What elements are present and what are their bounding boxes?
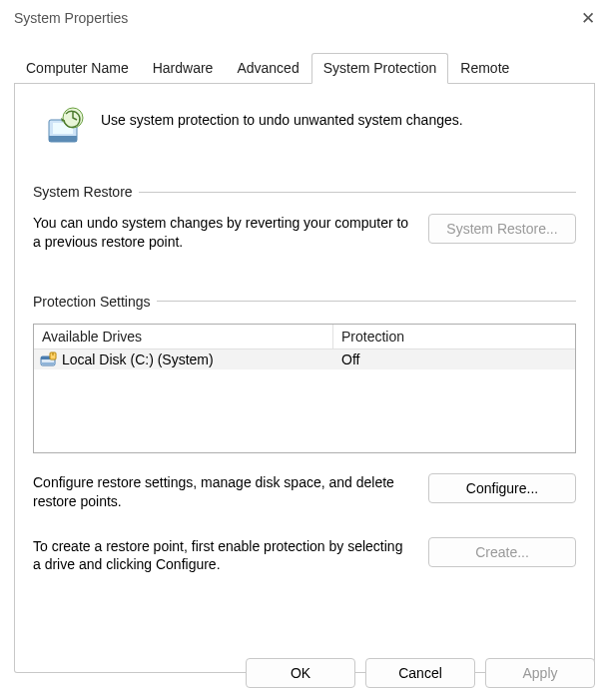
tab-system-protection[interactable]: System Protection	[311, 53, 449, 84]
header-available-drives[interactable]: Available Drives	[34, 325, 333, 349]
create-button: Create...	[428, 537, 576, 567]
group-system-restore: System Restore	[33, 184, 576, 200]
group-protection-settings: Protection Settings	[33, 294, 576, 310]
header-protection[interactable]: Protection	[333, 325, 575, 349]
configure-desc: Configure restore settings, manage disk …	[33, 473, 412, 511]
configure-button[interactable]: Configure...	[428, 473, 576, 503]
titlebar: System Properties ✕	[0, 0, 609, 36]
drive-name: Local Disk (C:) (System)	[62, 351, 214, 367]
tab-hardware[interactable]: Hardware	[141, 53, 226, 84]
dialog-buttons: OK Cancel Apply	[246, 658, 595, 688]
drive-icon	[40, 351, 58, 367]
drives-list[interactable]: Available Drives Protection	[33, 324, 576, 453]
close-icon[interactable]: ✕	[581, 8, 595, 29]
window-title: System Properties	[14, 10, 128, 26]
system-restore-button: System Restore...	[428, 214, 576, 244]
apply-button: Apply	[485, 658, 595, 688]
svg-rect-6	[41, 362, 55, 364]
tab-strip: Computer Name Hardware Advanced System P…	[14, 52, 595, 84]
drives-header: Available Drives Protection	[34, 325, 575, 350]
drive-protection-status: Off	[333, 350, 575, 369]
tab-computer-name[interactable]: Computer Name	[14, 53, 141, 84]
tab-advanced[interactable]: Advanced	[225, 53, 310, 84]
cancel-button[interactable]: Cancel	[365, 658, 475, 688]
svg-rect-1	[49, 136, 77, 142]
ok-button[interactable]: OK	[246, 658, 355, 688]
system-protection-icon	[43, 106, 87, 150]
drive-row[interactable]: Local Disk (C:) (System) Off	[34, 350, 575, 369]
tab-remote[interactable]: Remote	[448, 53, 521, 84]
tab-panel: Use system protection to undo unwanted s…	[14, 84, 595, 673]
create-desc: To create a restore point, first enable …	[33, 537, 412, 575]
system-restore-desc: You can undo system changes by reverting…	[33, 214, 412, 252]
intro-text: Use system protection to undo unwanted s…	[101, 106, 463, 128]
